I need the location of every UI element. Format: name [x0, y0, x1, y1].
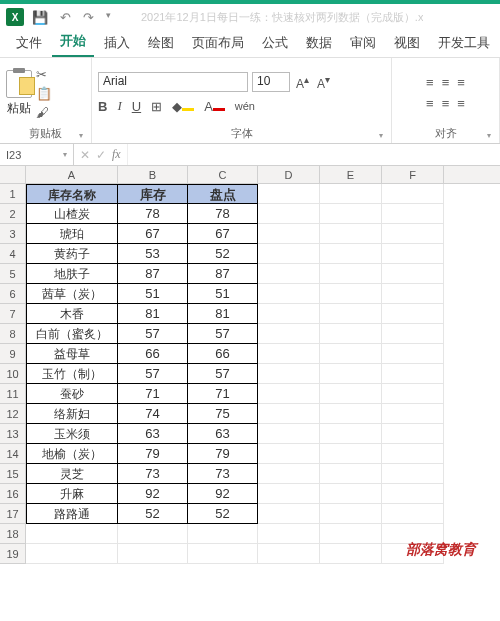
select-all-corner[interactable] [0, 166, 26, 183]
cell[interactable] [258, 344, 320, 364]
cell[interactable] [258, 264, 320, 284]
fill-color-button[interactable]: ◆ [172, 99, 194, 114]
cell[interactable] [320, 544, 382, 564]
cell[interactable] [320, 344, 382, 364]
cell[interactable] [258, 224, 320, 244]
italic-button[interactable]: I [117, 98, 121, 114]
phonetic-button[interactable]: wén [235, 100, 255, 112]
cell[interactable] [258, 384, 320, 404]
cell[interactable] [382, 424, 444, 444]
align-middle-icon[interactable]: ≡ [442, 75, 450, 90]
qat-dropdown-icon[interactable]: ▾ [106, 10, 111, 25]
cell[interactable]: 57 [118, 324, 188, 344]
format-painter-icon[interactable]: 🖌 [36, 105, 52, 120]
cell[interactable]: 蚕砂 [26, 384, 118, 404]
cell[interactable] [320, 204, 382, 224]
row-header[interactable]: 4 [0, 244, 26, 264]
cell[interactable]: 73 [188, 464, 258, 484]
cell[interactable]: 白前（蜜炙） [26, 324, 118, 344]
cell[interactable] [382, 204, 444, 224]
cell[interactable] [118, 524, 188, 544]
cell[interactable] [258, 444, 320, 464]
underline-button[interactable]: U [132, 99, 141, 114]
cell[interactable]: 53 [118, 244, 188, 264]
row-header[interactable]: 6 [0, 284, 26, 304]
align-bottom-icon[interactable]: ≡ [457, 75, 465, 90]
cell[interactable]: 升麻 [26, 484, 118, 504]
border-button[interactable]: ⊞ [151, 99, 162, 114]
cell[interactable] [26, 524, 118, 544]
increase-font-icon[interactable]: A▴ [294, 74, 311, 91]
cell[interactable]: 盘点 [188, 184, 258, 204]
cell[interactable] [320, 324, 382, 344]
align-top-icon[interactable]: ≡ [426, 75, 434, 90]
font-color-button[interactable]: A [204, 99, 225, 114]
spreadsheet-grid[interactable]: ABCDEF 1库存名称库存盘点2山楂炭78783琥珀67674黄药子53525… [0, 166, 500, 564]
cell[interactable] [258, 244, 320, 264]
row-header[interactable]: 10 [0, 364, 26, 384]
cell[interactable] [258, 184, 320, 204]
cell[interactable] [382, 384, 444, 404]
cell[interactable] [382, 244, 444, 264]
tab-页面布局[interactable]: 页面布局 [184, 29, 252, 57]
cell[interactable]: 79 [118, 444, 188, 464]
cell[interactable]: 玉竹（制） [26, 364, 118, 384]
cell[interactable]: 57 [118, 364, 188, 384]
formula-input[interactable] [128, 144, 500, 165]
cell[interactable]: 71 [118, 384, 188, 404]
cell[interactable] [188, 544, 258, 564]
cell[interactable]: 地榆（炭） [26, 444, 118, 464]
decrease-font-icon[interactable]: A▾ [315, 74, 332, 91]
enter-icon[interactable]: ✓ [96, 148, 106, 162]
cell[interactable]: 81 [118, 304, 188, 324]
cell[interactable] [258, 284, 320, 304]
cell[interactable] [118, 544, 188, 564]
row-header[interactable]: 15 [0, 464, 26, 484]
cell[interactable]: 52 [188, 244, 258, 264]
tab-开发工具[interactable]: 开发工具 [430, 29, 498, 57]
row-header[interactable]: 19 [0, 544, 26, 564]
cell[interactable] [320, 224, 382, 244]
redo-icon[interactable]: ↷ [83, 10, 94, 25]
cell[interactable]: 51 [188, 284, 258, 304]
cell[interactable] [258, 504, 320, 524]
cell[interactable]: 茜草（炭） [26, 284, 118, 304]
cell[interactable]: 78 [188, 204, 258, 224]
cell[interactable] [320, 504, 382, 524]
cell[interactable] [188, 524, 258, 544]
column-header[interactable]: B [118, 166, 188, 183]
row-header[interactable]: 8 [0, 324, 26, 344]
cell[interactable]: 87 [118, 264, 188, 284]
cell[interactable]: 92 [188, 484, 258, 504]
row-header[interactable]: 13 [0, 424, 26, 444]
fx-icon[interactable]: fx [112, 147, 121, 162]
copy-icon[interactable]: 📋 [36, 86, 52, 101]
row-header[interactable]: 2 [0, 204, 26, 224]
column-header[interactable]: A [26, 166, 118, 183]
cell[interactable]: 74 [118, 404, 188, 424]
cell[interactable]: 81 [188, 304, 258, 324]
cell[interactable] [382, 324, 444, 344]
name-box[interactable]: I23 ▾ [0, 144, 74, 165]
cell[interactable]: 66 [188, 344, 258, 364]
cell[interactable] [320, 464, 382, 484]
cancel-icon[interactable]: ✕ [80, 148, 90, 162]
font-name-select[interactable]: Arial [98, 72, 248, 92]
cell[interactable]: 63 [118, 424, 188, 444]
cell[interactable] [258, 304, 320, 324]
tab-视图[interactable]: 视图 [386, 29, 428, 57]
cell[interactable] [258, 404, 320, 424]
cell[interactable]: 库存 [118, 184, 188, 204]
cell[interactable]: 63 [188, 424, 258, 444]
tab-公式[interactable]: 公式 [254, 29, 296, 57]
cell[interactable] [320, 484, 382, 504]
cell[interactable] [320, 384, 382, 404]
cell[interactable] [382, 224, 444, 244]
column-header[interactable]: D [258, 166, 320, 183]
bold-button[interactable]: B [98, 99, 107, 114]
tab-数据[interactable]: 数据 [298, 29, 340, 57]
row-header[interactable]: 7 [0, 304, 26, 324]
cell[interactable] [258, 324, 320, 344]
cell[interactable]: 益母草 [26, 344, 118, 364]
cell[interactable]: 57 [188, 364, 258, 384]
